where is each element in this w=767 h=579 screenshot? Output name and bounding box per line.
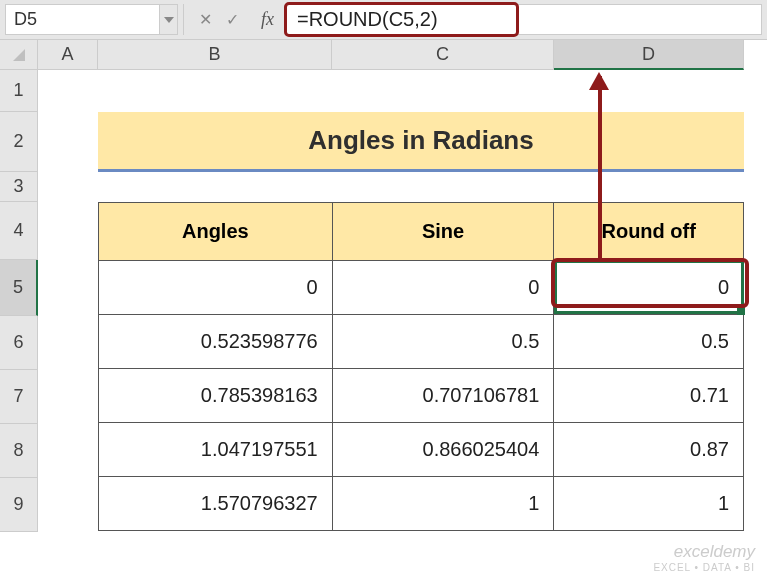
row-header-7[interactable]: 7 — [0, 370, 38, 424]
row-header-8[interactable]: 8 — [0, 424, 38, 478]
cell-b8[interactable]: 1.047197551 — [99, 423, 333, 477]
cell-c7[interactable]: 0.707106781 — [332, 369, 554, 423]
watermark-brand: exceldemy — [653, 543, 755, 562]
spreadsheet-grid: A B C D 1 2 3 4 5 6 7 8 9 Angles in Radi… — [0, 40, 767, 532]
fx-icon[interactable]: fx — [249, 4, 286, 35]
row-header-3[interactable]: 3 — [0, 172, 38, 202]
name-box[interactable]: D5 — [5, 4, 160, 35]
table-row: 0 0 0 — [99, 261, 744, 315]
cell-d5[interactable]: 0 — [554, 261, 744, 315]
name-box-dropdown-icon[interactable] — [160, 4, 178, 35]
cancel-icon[interactable]: ✕ — [199, 10, 212, 29]
table-row: 1.047197551 0.866025404 0.87 — [99, 423, 744, 477]
row-header-5[interactable]: 5 — [0, 260, 38, 316]
cell-b6[interactable]: 0.523598776 — [99, 315, 333, 369]
watermark-tag: EXCEL • DATA • BI — [653, 562, 755, 573]
cell-d9[interactable]: 1 — [554, 477, 744, 531]
cell-c8[interactable]: 0.866025404 — [332, 423, 554, 477]
table-row: 1.570796327 1 1 — [99, 477, 744, 531]
row-header-2[interactable]: 2 — [0, 112, 38, 172]
row-header-1[interactable]: 1 — [0, 70, 38, 112]
formula-text: =ROUND(C5,2) — [297, 8, 438, 31]
cell-b7[interactable]: 0.785398163 — [99, 369, 333, 423]
formula-bar-buttons: ✕ ✓ — [189, 4, 249, 35]
cell-c9[interactable]: 1 — [332, 477, 554, 531]
row-header-4[interactable]: 4 — [0, 202, 38, 260]
formula-input[interactable]: =ROUND(C5,2) — [286, 4, 762, 35]
table-row: 0.523598776 0.5 0.5 — [99, 315, 744, 369]
col-header-b[interactable]: B — [98, 40, 332, 70]
column-headers-row: A B C D — [0, 40, 767, 70]
table-row: 0.785398163 0.707106781 0.71 — [99, 369, 744, 423]
cell-d7[interactable]: 0.71 — [554, 369, 744, 423]
cell-d8[interactable]: 0.87 — [554, 423, 744, 477]
data-table: Angles Sine Round off 0 0 0 0.523598776 … — [98, 202, 744, 531]
cell-d6[interactable]: 0.5 — [554, 315, 744, 369]
row-headers: 1 2 3 4 5 6 7 8 9 — [0, 70, 38, 532]
title-banner: Angles in Radians — [98, 112, 744, 172]
row-header-9[interactable]: 9 — [0, 478, 38, 532]
formula-bar: D5 ✕ ✓ fx =ROUND(C5,2) — [0, 0, 767, 40]
cell-b9[interactable]: 1.570796327 — [99, 477, 333, 531]
cell-c5[interactable]: 0 — [332, 261, 554, 315]
select-all-corner[interactable] — [0, 40, 38, 70]
cell-b5[interactable]: 0 — [99, 261, 333, 315]
col-header-d[interactable]: D — [554, 40, 744, 70]
col-header-c[interactable]: C — [332, 40, 554, 70]
watermark-logo: exceldemy EXCEL • DATA • BI — [653, 543, 755, 573]
th-sine[interactable]: Sine — [332, 203, 554, 261]
row-header-6[interactable]: 6 — [0, 316, 38, 370]
table-header-row: Angles Sine Round off — [99, 203, 744, 261]
enter-icon[interactable]: ✓ — [226, 10, 239, 29]
cell-c6[interactable]: 0.5 — [332, 315, 554, 369]
col-header-a[interactable]: A — [38, 40, 98, 70]
th-roundoff[interactable]: Round off — [554, 203, 744, 261]
th-angles[interactable]: Angles — [99, 203, 333, 261]
